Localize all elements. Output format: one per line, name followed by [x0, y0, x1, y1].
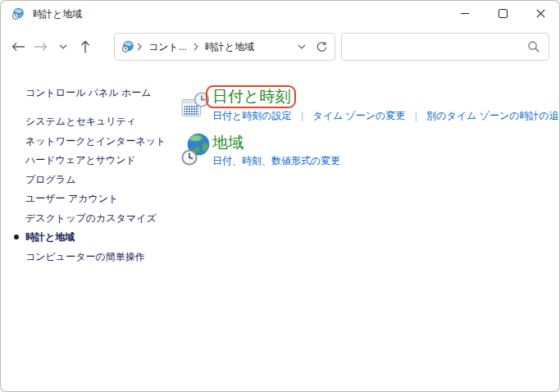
window-controls — [446, 1, 559, 27]
navigation-toolbar: コント... 時計と地域 — [1, 27, 559, 71]
breadcrumb-chevron-icon[interactable] — [191, 43, 201, 51]
sidebar: コントロール パネル ホーム システムとセキュリティ ネットワークとインターネッ… — [1, 71, 170, 392]
refresh-icon — [316, 41, 328, 53]
up-button[interactable] — [74, 35, 96, 58]
clock-region-icon — [11, 7, 25, 21]
sidebar-item-appearance[interactable]: デスクトップのカスタマイズ — [25, 213, 170, 223]
sidebar-item-control-panel-home[interactable]: コントロール パネル ホーム — [25, 88, 170, 98]
address-dropdown-button[interactable] — [298, 44, 306, 49]
link-add-clocks[interactable]: 別のタイム ゾーンの時計の追加 — [426, 110, 560, 121]
link-separator: | — [415, 110, 417, 121]
chevron-down-icon — [298, 44, 306, 49]
search-box[interactable] — [341, 33, 549, 61]
search-input[interactable] — [350, 40, 527, 53]
active-item-bullet — [14, 235, 19, 239]
breadcrumb-chevron-icon[interactable] — [134, 43, 144, 51]
breadcrumb-item-control-panel[interactable]: コント... — [144, 40, 191, 54]
sidebar-item-programs[interactable]: プログラム — [25, 175, 170, 185]
address-bar[interactable]: コント... 時計と地域 — [114, 33, 335, 61]
minimize-button[interactable] — [446, 1, 484, 26]
up-icon — [80, 40, 90, 53]
maximize-button[interactable] — [484, 1, 521, 26]
main-panel: 日付と時刻 日付と時刻の設定 | タイム ゾーンの変更 | 別のタイム ゾーンの… — [170, 71, 560, 392]
content-area: コントロール パネル ホーム システムとセキュリティ ネットワークとインターネッ… — [1, 71, 559, 392]
refresh-button[interactable] — [316, 41, 328, 53]
chevron-down-icon — [59, 44, 67, 49]
section-region: 地域 日付、時刻、数値形式の変更 — [181, 134, 560, 170]
clock-region-icon[interactable] — [121, 40, 134, 53]
back-button[interactable] — [7, 35, 30, 58]
section-title-date-time[interactable]: 日付と時刻 — [206, 85, 296, 108]
link-change-formats[interactable]: 日付、時刻、数値形式の変更 — [212, 155, 340, 166]
section-date-time: 日付と時刻 日付と時刻の設定 | タイム ゾーンの変更 | 別のタイム ゾーンの… — [181, 88, 560, 124]
forward-button[interactable] — [30, 35, 52, 58]
sidebar-item-clock-region[interactable]: 時計と地域 — [25, 232, 170, 242]
link-set-date-time[interactable]: 日付と時刻の設定 — [212, 110, 292, 121]
sidebar-item-hardware-sound[interactable]: ハードウェアとサウンド — [25, 155, 170, 165]
back-icon — [11, 42, 25, 52]
forward-icon — [34, 42, 48, 52]
section-title-region[interactable]: 地域 — [212, 134, 244, 152]
region-globe-clock-icon[interactable] — [181, 132, 211, 170]
sidebar-item-network-internet[interactable]: ネットワークとインターネット — [25, 136, 170, 146]
breadcrumb-item-clock-region[interactable]: 時計と地域 — [201, 40, 258, 54]
sidebar-item-ease-of-access[interactable]: コンピューターの簡単操作 — [25, 252, 170, 262]
recent-locations-button[interactable] — [52, 35, 74, 58]
close-button[interactable] — [521, 1, 559, 26]
link-change-time-zone[interactable]: タイム ゾーンの変更 — [312, 110, 405, 121]
control-panel-window: 時計と地域 — [0, 0, 560, 392]
link-separator: | — [301, 110, 303, 121]
maximize-icon — [499, 9, 508, 18]
close-icon — [536, 9, 545, 18]
search-icon[interactable] — [527, 40, 540, 53]
titlebar: 時計と地域 — [1, 1, 559, 27]
window-title: 時計と地域 — [33, 7, 82, 21]
sidebar-item-user-accounts[interactable]: ユーザー アカウント — [25, 194, 170, 203]
sidebar-item-system-security[interactable]: システムとセキュリティ — [25, 116, 170, 126]
minimize-icon — [461, 13, 469, 14]
